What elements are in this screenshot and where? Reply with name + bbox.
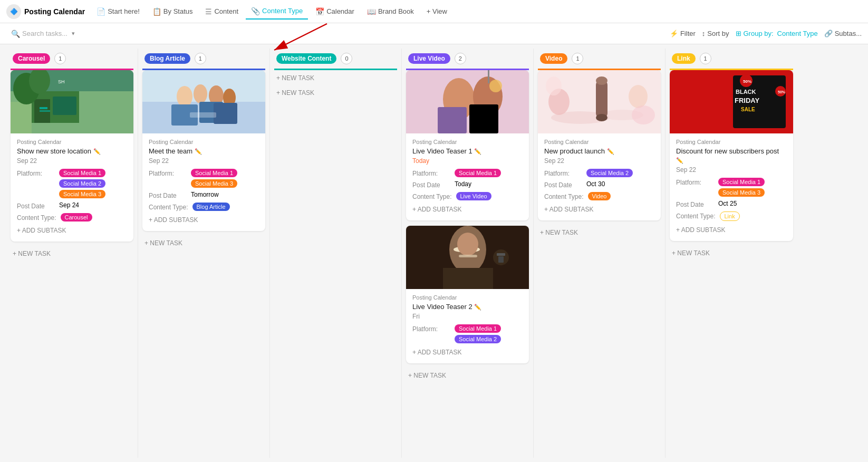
card-content-type-field: Content Type: Carousel xyxy=(17,213,127,222)
platform-tag: Social Media 3 xyxy=(718,188,765,197)
card-lv2[interactable]: Posting Calendar Live Video Teaser 2 ✏️ … xyxy=(406,226,529,363)
add-subtask-button[interactable]: + ADD SUBTASK xyxy=(149,214,259,226)
svg-rect-12 xyxy=(40,110,50,112)
new-task-blog-article[interactable]: + NEW TASK xyxy=(142,236,265,250)
column-badge-website-content: Website Content xyxy=(276,53,336,64)
tab-brand-book[interactable]: 📖 Brand Book xyxy=(362,4,419,19)
card-source: Posting Calendar xyxy=(17,139,127,145)
column-header-live-video: Live Video 2 xyxy=(406,49,529,70)
card-body-c1: Posting Calendar Show new store location… xyxy=(11,133,133,242)
content-type-tag: Link xyxy=(720,211,740,221)
filter-icon: ⚡ xyxy=(670,30,678,37)
add-subtask-button[interactable]: + ADD SUBTASK xyxy=(17,225,127,236)
tab-calendar[interactable]: 📅 Calendar xyxy=(310,4,360,19)
platform-values: Social Media 1Social Media 2 xyxy=(455,324,523,343)
svg-text:BLACK: BLACK xyxy=(736,89,756,95)
new-task-link[interactable]: + NEW TASK xyxy=(670,246,793,260)
tab-view-add[interactable]: + View xyxy=(421,4,452,18)
card-body-b1: Posting Calendar Meet the team ✏️ Sep 22… xyxy=(142,133,265,231)
search-input[interactable]: Search tasks... xyxy=(22,30,67,37)
content-type-values: Video xyxy=(588,192,611,200)
column-website-content: Website Content 0 + NEW TASK+ NEW TASK xyxy=(270,49,402,458)
tab-brand-book-label: Brand Book xyxy=(378,7,414,15)
card-v1[interactable]: Posting Calendar New product launch ✏️ S… xyxy=(538,70,661,220)
new-task-live-video[interactable]: + NEW TASK xyxy=(406,369,529,382)
sort-button[interactable]: ↕ Sort by xyxy=(702,30,729,37)
column-badge-link: Link xyxy=(672,53,696,64)
content-type-values: Carousel xyxy=(61,213,92,222)
filter-label: Filter xyxy=(680,30,696,37)
card-b1[interactable]: Posting Calendar Meet the team ✏️ Sep 22… xyxy=(142,70,265,231)
column-header-blog-article: Blog Article 1 xyxy=(142,49,265,70)
card-platform-field: Platform: Social Media 1Social Media 3 xyxy=(149,169,259,188)
card-source: Posting Calendar xyxy=(412,294,523,301)
card-platform-field: Platform: Social Media 1 xyxy=(412,169,523,177)
add-subtask-button[interactable]: + ADD SUBTASK xyxy=(544,204,654,215)
tab-by-status[interactable]: 📋 By Status xyxy=(147,4,198,19)
edit-icon[interactable]: ✏️ xyxy=(474,148,481,155)
add-subtask-button[interactable]: + ADD SUBTASK xyxy=(412,204,523,215)
card-body-lv2: Posting Calendar Live Video Teaser 2 ✏️ … xyxy=(406,289,529,363)
column-badge-live-video: Live Video xyxy=(408,53,450,64)
new-task-top-website-content[interactable]: + NEW TASK xyxy=(274,70,397,86)
tab-start[interactable]: 📄 Start here! xyxy=(91,4,145,19)
card-lv1[interactable]: Posting Calendar Live Video Teaser 1 ✏️ … xyxy=(406,70,529,220)
new-task-video[interactable]: + NEW TASK xyxy=(538,226,661,239)
post-date-label: Post Date xyxy=(676,200,714,208)
tab-content-type[interactable]: 📎 Content Type xyxy=(246,4,308,20)
tab-content[interactable]: ☰ Content xyxy=(200,4,244,19)
platform-label: Platform: xyxy=(544,169,582,177)
card-post-date-field: Post Date Oct 25 xyxy=(676,200,787,208)
subtask-button[interactable]: 🔗 Subtas... xyxy=(824,30,862,37)
content-type-values: Blog Article xyxy=(192,203,230,211)
platform-values: Social Media 1Social Media 3 xyxy=(718,178,787,197)
filter-button[interactable]: ⚡ Filter xyxy=(670,30,696,37)
edit-icon[interactable]: ✏️ xyxy=(93,148,101,155)
card-image-lv2 xyxy=(406,226,529,289)
card-title: Live Video Teaser 2 ✏️ xyxy=(412,303,523,312)
card-platform-field: Platform: Social Media 2 xyxy=(544,169,654,177)
svg-rect-7 xyxy=(11,102,32,133)
card-content-type-field: Content Type: Live Video xyxy=(412,192,523,200)
svg-text:SALE: SALE xyxy=(741,107,755,112)
column-count-link: 1 xyxy=(700,53,711,64)
card-date: Sep 22 xyxy=(544,157,654,165)
new-task-website-content[interactable]: + NEW TASK xyxy=(274,86,397,100)
add-subtask-button[interactable]: + ADD SUBTASK xyxy=(412,346,523,358)
search-box[interactable]: 🔍 Search tasks... ▾ xyxy=(6,27,91,41)
column-header-link: Link 1 xyxy=(670,49,793,70)
app-logo: 🔷 Posting Calendar xyxy=(6,4,85,19)
platform-label: Platform: xyxy=(676,178,714,186)
post-date-label: Post Date xyxy=(17,201,55,210)
content-type-label: Content Type: xyxy=(149,203,188,211)
svg-rect-32 xyxy=(443,268,493,289)
column-header-carousel: Carousel 1 xyxy=(11,49,133,70)
group-by-button[interactable]: ⊞ Group by: Content Type xyxy=(736,30,818,37)
toolbar: 🔍 Search tasks... ▾ ⚡ Filter ↕ Sort by ⊞… xyxy=(0,23,868,44)
card-image-v1 xyxy=(538,70,661,133)
content-type-label: Content Type: xyxy=(17,213,56,222)
card-date: Sep 22 xyxy=(676,166,787,174)
card-post-date-field: Post Date Sep 24 xyxy=(17,201,127,210)
edit-icon[interactable]: ✏️ xyxy=(676,157,683,163)
content-type-icon: 📎 xyxy=(251,7,260,15)
card-lk1[interactable]: BLACK FRIDAY SALE 50% 50% Posting Calend… xyxy=(670,70,793,241)
platform-label: Platform: xyxy=(17,169,55,177)
column-blog-article: Blog Article 1 Posting Calendar Meet the… xyxy=(138,49,270,458)
add-subtask-button[interactable]: + ADD SUBTASK xyxy=(676,224,787,236)
card-c1[interactable]: SH Posting Calendar Show new store locat… xyxy=(11,70,133,242)
card-body-lv1: Posting Calendar Live Video Teaser 1 ✏️ … xyxy=(406,133,529,220)
platform-tag: Social Media 2 xyxy=(455,335,501,343)
card-title: Show new store location ✏️ xyxy=(17,147,127,156)
group-by-prefix: Group by: xyxy=(744,30,774,37)
card-image-lk1: BLACK FRIDAY SALE 50% 50% xyxy=(670,70,793,133)
new-task-carousel[interactable]: + NEW TASK xyxy=(11,247,133,261)
svg-point-47 xyxy=(546,76,562,95)
platform-label: Platform: xyxy=(412,169,450,177)
edit-icon[interactable]: ✏️ xyxy=(195,148,202,155)
platform-tag: Social Media 1 xyxy=(59,169,105,177)
card-content-type-field: Content Type: Link xyxy=(676,211,787,221)
svg-rect-29 xyxy=(488,70,489,83)
edit-icon[interactable]: ✏️ xyxy=(474,304,481,310)
edit-icon[interactable]: ✏️ xyxy=(607,148,614,155)
